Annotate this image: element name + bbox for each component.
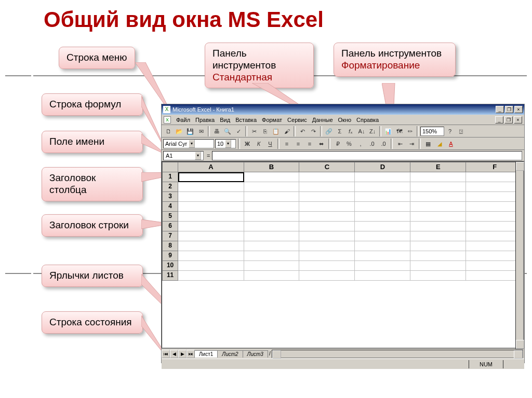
cell[interactable] <box>178 251 244 261</box>
cell[interactable] <box>244 271 300 281</box>
cell[interactable] <box>355 192 410 202</box>
row-header[interactable]: 10 <box>162 261 178 271</box>
minimize-button[interactable]: _ <box>496 106 504 113</box>
increase-decimal-icon[interactable]: .0 <box>367 139 377 149</box>
cell[interactable] <box>355 182 410 192</box>
cell[interactable] <box>178 222 244 231</box>
cell[interactable] <box>244 231 300 241</box>
cell[interactable] <box>244 241 300 251</box>
spellcheck-icon[interactable]: ✓ <box>233 126 244 136</box>
redo-icon[interactable]: ↷ <box>308 126 318 136</box>
cell[interactable] <box>355 222 410 231</box>
menu-tools[interactable]: Сервис <box>287 117 307 123</box>
decrease-decimal-icon[interactable]: .0 <box>378 139 389 149</box>
cell[interactable] <box>410 231 466 241</box>
cell[interactable] <box>178 231 244 241</box>
paste-icon[interactable]: 📋 <box>271 126 281 136</box>
column-header[interactable]: C <box>299 162 355 172</box>
cell[interactable] <box>178 212 244 222</box>
cell[interactable] <box>355 271 410 281</box>
cell[interactable] <box>410 271 466 281</box>
menu-window[interactable]: Окно <box>338 117 352 123</box>
doc-icon[interactable]: X <box>164 116 171 123</box>
cell[interactable] <box>244 212 300 222</box>
select-all-button[interactable] <box>162 162 178 172</box>
open-icon[interactable]: 📂 <box>174 126 184 136</box>
cell[interactable] <box>244 192 300 202</box>
row-header[interactable]: 4 <box>162 202 178 212</box>
menu-file[interactable]: Файл <box>176 117 190 123</box>
mail-icon[interactable]: ✉ <box>196 126 206 136</box>
maximize-button[interactable]: ❐ <box>505 106 513 113</box>
autosum-icon[interactable]: Σ <box>335 126 345 136</box>
merge-center-icon[interactable]: ⬌ <box>316 139 326 149</box>
cell[interactable] <box>178 172 244 182</box>
cell[interactable] <box>299 182 355 192</box>
horizontal-scrollbar[interactable] <box>272 350 523 358</box>
row-header[interactable]: 7 <box>162 231 178 241</box>
worksheet-grid[interactable]: ABCDEF 1234567891011 <box>162 161 524 348</box>
close-button[interactable]: × <box>514 106 523 113</box>
tab-nav-prev[interactable]: ◀ <box>170 350 178 358</box>
cell[interactable] <box>299 192 355 202</box>
name-box[interactable]: A1 ▾ <box>163 151 204 160</box>
row-header[interactable]: 6 <box>162 222 178 231</box>
decrease-indent-icon[interactable]: ⇤ <box>395 139 405 149</box>
print-icon[interactable]: 🖶 <box>211 126 222 136</box>
vertical-scrollbar[interactable] <box>515 161 524 349</box>
font-size-combo[interactable]: 10 ▾ <box>215 139 236 148</box>
map-icon[interactable]: 🗺 <box>394 126 404 136</box>
cell[interactable] <box>178 202 244 212</box>
italic-icon[interactable]: К <box>254 139 264 149</box>
sort-desc-icon[interactable]: Z↓ <box>367 126 378 136</box>
cell[interactable] <box>410 182 466 192</box>
cell[interactable] <box>355 241 410 251</box>
whatsthis-icon[interactable]: ⍰ <box>456 126 466 136</box>
save-icon[interactable]: 💾 <box>185 126 195 136</box>
cell[interactable] <box>299 251 355 261</box>
cut-icon[interactable]: ✂ <box>249 126 259 136</box>
cell[interactable] <box>299 231 355 241</box>
menu-format[interactable]: Формат <box>262 117 282 123</box>
bold-icon[interactable]: Ж <box>242 139 252 149</box>
cell[interactable] <box>178 192 244 202</box>
cell[interactable] <box>178 271 244 281</box>
cell[interactable] <box>355 231 410 241</box>
borders-icon[interactable]: ▦ <box>423 139 433 149</box>
cell[interactable] <box>299 261 355 271</box>
row-header[interactable]: 2 <box>162 182 178 192</box>
row-header[interactable]: 8 <box>162 241 178 251</box>
cell[interactable] <box>355 212 410 222</box>
new-icon[interactable]: 🗋 <box>163 126 174 136</box>
cell[interactable] <box>410 222 466 231</box>
formula-input[interactable] <box>212 151 522 160</box>
cell[interactable] <box>244 182 300 192</box>
align-right-icon[interactable]: ≡ <box>304 139 315 149</box>
doc-close-button[interactable]: × <box>514 116 522 123</box>
cell[interactable] <box>410 212 466 222</box>
doc-restore-button[interactable]: ❐ <box>504 116 513 123</box>
row-header[interactable]: 3 <box>162 192 178 202</box>
preview-icon[interactable]: 🔍 <box>222 126 233 136</box>
cell[interactable] <box>178 241 244 251</box>
sheet-tab-1[interactable]: Лист1 <box>194 350 218 358</box>
column-header[interactable]: A <box>178 162 244 172</box>
sheet-tab-2[interactable]: Лист2 <box>217 350 243 358</box>
percent-icon[interactable]: % <box>344 139 354 149</box>
column-header[interactable]: B <box>244 162 300 172</box>
cell[interactable] <box>355 202 410 212</box>
cell[interactable] <box>244 202 300 212</box>
tab-nav-next[interactable]: ▶ <box>178 350 187 358</box>
copy-icon[interactable]: ⎘ <box>260 126 270 136</box>
cell[interactable] <box>244 251 300 261</box>
menu-help[interactable]: Справка <box>356 117 379 123</box>
cell[interactable] <box>410 251 466 261</box>
font-color-icon[interactable]: A <box>446 139 456 149</box>
doc-minimize-button[interactable]: _ <box>495 116 503 123</box>
row-header[interactable]: 11 <box>162 271 178 281</box>
cell[interactable] <box>410 241 466 251</box>
font-name-combo[interactable]: Arial Cyr ▾ <box>163 139 214 148</box>
cell[interactable] <box>355 172 410 182</box>
cell[interactable] <box>410 192 466 202</box>
cell[interactable] <box>299 271 355 281</box>
